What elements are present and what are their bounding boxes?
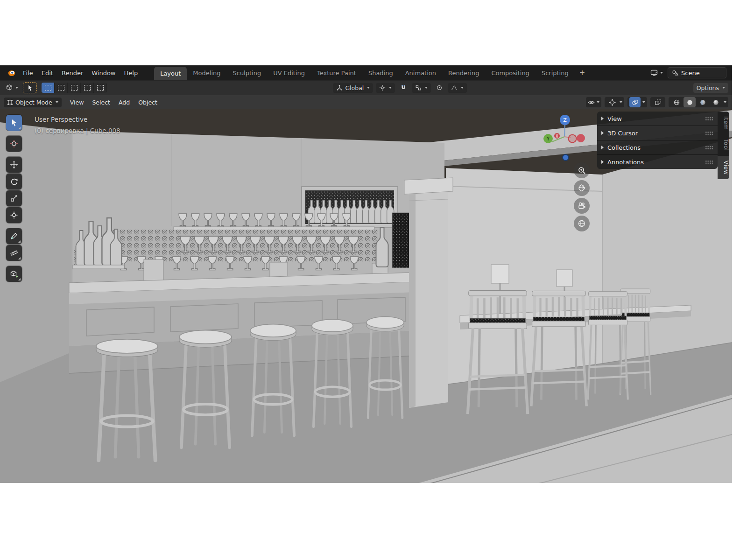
- visibility-dropdown[interactable]: [586, 97, 601, 107]
- tool-select-box[interactable]: [6, 115, 22, 131]
- chevron-down-icon: [367, 87, 370, 89]
- tool-scale[interactable]: [6, 190, 22, 206]
- tool-add-cube[interactable]: [6, 266, 22, 282]
- panel-annotations[interactable]: Annotations: [597, 155, 718, 169]
- blender-menu-button[interactable]: [4, 68, 19, 77]
- tab-shading[interactable]: Shading: [362, 65, 399, 80]
- overlays-dropdown-chevron[interactable]: [642, 101, 645, 103]
- svg-text:X: X: [556, 134, 558, 139]
- gizmos-dropdown-chevron[interactable]: [620, 101, 622, 103]
- workspace-tabs: Layout Modeling Sculpting UV Editing Tex…: [154, 65, 590, 80]
- drag-grip-icon[interactable]: [705, 117, 713, 121]
- sidebar-tab-view[interactable]: View: [718, 156, 729, 179]
- tool-annotate[interactable]: [6, 228, 22, 244]
- camera-view-button[interactable]: [574, 198, 590, 214]
- tab-rendering[interactable]: Rendering: [442, 65, 485, 80]
- snap-toggle[interactable]: [398, 83, 409, 93]
- tool-cursor[interactable]: [6, 136, 22, 152]
- sidebar-tab-item[interactable]: Item: [718, 112, 729, 134]
- counter-box: [144, 259, 163, 281]
- navigation-gizmo[interactable]: Z Y X: [542, 113, 588, 158]
- select-mode-subtract-icon: [71, 85, 78, 91]
- overlays-icon: [632, 99, 639, 106]
- material-icon: [699, 99, 706, 106]
- select-mode-extend[interactable]: [55, 83, 68, 93]
- tab-scripting[interactable]: Scripting: [536, 65, 575, 80]
- select-mode-intersect[interactable]: [94, 83, 107, 93]
- mode-selector[interactable]: Object Mode: [4, 98, 62, 107]
- orientation-label: Global: [345, 84, 364, 91]
- snap-target-dropdown[interactable]: [376, 83, 395, 93]
- zoom-icon: [578, 166, 586, 175]
- editor-type-button[interactable]: [4, 83, 20, 93]
- mode-label: Object Mode: [15, 99, 52, 106]
- tool-rotate[interactable]: [6, 174, 22, 189]
- measure-icon: [10, 249, 18, 257]
- tab-compositing[interactable]: Compositing: [485, 65, 536, 80]
- tab-modeling[interactable]: Modeling: [187, 65, 226, 80]
- blue-dot-widget[interactable]: [562, 154, 569, 161]
- gizmo-x-ball[interactable]: [577, 134, 585, 142]
- box-select-tool-icon: [27, 84, 34, 91]
- snap-with-icon: [415, 84, 422, 91]
- menu-window[interactable]: Window: [87, 68, 120, 78]
- shading-dropdown-chevron[interactable]: [724, 101, 726, 103]
- gizmo-x-neg-axis[interactable]: [569, 135, 577, 143]
- tool-measure[interactable]: [6, 245, 22, 261]
- drag-grip-icon[interactable]: [705, 146, 713, 150]
- viewport-header: Object Mode View Select Add Object: [0, 95, 732, 109]
- chevron-down-icon: [722, 87, 725, 89]
- tab-texture-paint[interactable]: Texture Paint: [311, 65, 362, 80]
- tab-layout[interactable]: Layout: [154, 67, 187, 80]
- zoom-button[interactable]: [574, 162, 590, 178]
- drag-grip-icon[interactable]: [705, 160, 713, 164]
- toggle-xray-button[interactable]: [652, 97, 663, 107]
- falloff-dropdown[interactable]: [448, 83, 467, 93]
- viewport-3d[interactable]: User Perspective (0) сервировка | Cube.0…: [0, 109, 732, 483]
- panel-collections[interactable]: Collections: [597, 140, 718, 155]
- snap-settings-dropdown[interactable]: [412, 83, 431, 93]
- active-tool-indicator[interactable]: [23, 82, 37, 93]
- menu-edit[interactable]: Edit: [37, 68, 57, 78]
- solid-icon: [686, 99, 693, 106]
- tab-sculpting[interactable]: Sculpting: [226, 65, 267, 80]
- menu-viewport-add[interactable]: Add: [115, 98, 134, 107]
- shading-material-button[interactable]: [697, 97, 709, 107]
- shading-wireframe-button[interactable]: [670, 97, 683, 107]
- select-mode-new[interactable]: [42, 83, 55, 93]
- pan-button[interactable]: [574, 180, 590, 196]
- expand-arrow-icon: [601, 131, 604, 135]
- shading-rendered-button[interactable]: [710, 97, 722, 107]
- panel-3d-cursor[interactable]: 3D Cursor: [597, 126, 718, 140]
- sidebar-tab-tool[interactable]: Tool: [718, 134, 729, 155]
- menu-file[interactable]: File: [19, 68, 37, 78]
- tool-move[interactable]: [6, 157, 22, 173]
- options-dropdown[interactable]: Options: [693, 83, 728, 93]
- scene-browse-button[interactable]: [648, 68, 665, 78]
- select-mode-invert[interactable]: [81, 83, 94, 93]
- transform-orientation-dropdown[interactable]: Global: [333, 83, 373, 93]
- scene-selector[interactable]: Scene: [668, 67, 726, 78]
- page: File Edit Render Window Help Layout Mode…: [0, 0, 747, 560]
- tab-animation[interactable]: Animation: [399, 65, 442, 80]
- chevron-down-icon: [389, 87, 392, 89]
- proportional-editing-toggle[interactable]: [434, 83, 445, 93]
- ortho-toggle-button[interactable]: [574, 216, 590, 231]
- pillar: [404, 178, 453, 408]
- chevron-down-icon: [425, 87, 428, 89]
- orientation-icon: [336, 84, 343, 91]
- add-workspace-button[interactable]: +: [575, 65, 590, 80]
- menu-viewport-view[interactable]: View: [66, 98, 88, 107]
- menu-viewport-select[interactable]: Select: [88, 98, 114, 107]
- drag-grip-icon[interactable]: [705, 131, 713, 135]
- tool-transform[interactable]: [6, 207, 22, 223]
- shading-solid-button[interactable]: [684, 97, 696, 107]
- panel-view[interactable]: View: [597, 112, 718, 126]
- menu-viewport-object[interactable]: Object: [134, 98, 161, 107]
- show-overlays-toggle[interactable]: [629, 97, 641, 107]
- tab-uv-editing[interactable]: UV Editing: [267, 65, 311, 80]
- show-gizmos-toggle[interactable]: [606, 97, 618, 107]
- menu-render[interactable]: Render: [57, 68, 87, 78]
- select-mode-subtract[interactable]: [68, 83, 81, 93]
- menu-help[interactable]: Help: [120, 68, 142, 78]
